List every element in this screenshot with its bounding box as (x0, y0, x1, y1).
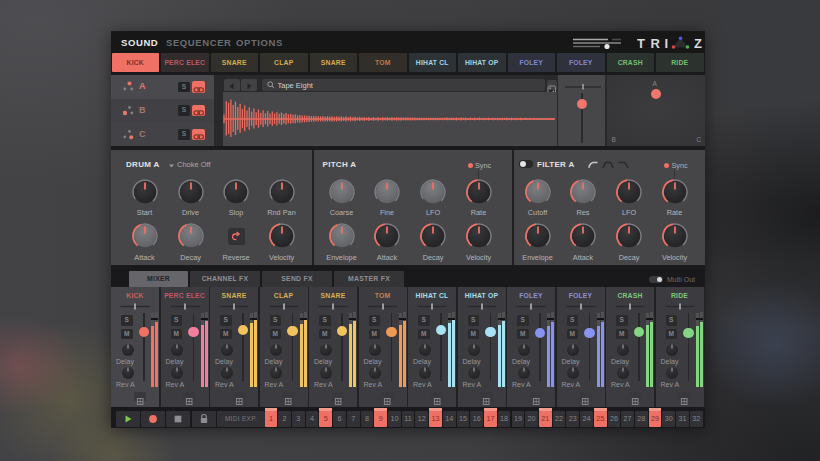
svg-text:T: T (637, 36, 645, 50)
svg-text:I: I (665, 36, 669, 50)
svg-text:R: R (651, 36, 661, 50)
svg-text:Z: Z (694, 36, 702, 50)
